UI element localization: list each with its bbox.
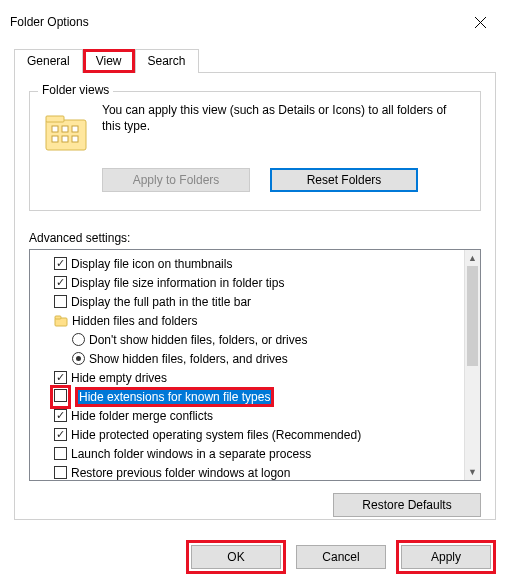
restore-defaults-button[interactable]: Restore Defaults [333, 493, 481, 517]
list-item[interactable]: ✓Display file icon on thumbnails [54, 254, 464, 273]
folder-options-dialog: Folder Options General View Search Folde… [0, 0, 510, 586]
checkbox[interactable]: ✓ [54, 409, 67, 422]
list-item[interactable]: ✓Hide protected operating system files (… [54, 425, 464, 444]
list-item[interactable]: ✓Display file size information in folder… [54, 273, 464, 292]
tab-search[interactable]: Search [135, 49, 199, 73]
titlebar: Folder Options [0, 0, 510, 44]
check-icon: ✓ [56, 372, 65, 383]
svg-rect-11 [55, 316, 61, 319]
svg-rect-6 [72, 126, 78, 132]
list-item-label: Don't show hidden files, folders, or dri… [89, 333, 307, 347]
checkbox[interactable] [54, 295, 67, 308]
list-item[interactable]: Restore previous folder windows at logon [54, 463, 464, 480]
radio[interactable] [72, 352, 85, 365]
ok-highlight: OK [186, 540, 286, 574]
svg-rect-4 [52, 126, 58, 132]
folder-icon [54, 314, 68, 328]
list-item-label: Hide protected operating system files (R… [71, 428, 361, 442]
dialog-buttons: OK Cancel Apply [186, 540, 496, 574]
folder-views-icon [42, 108, 90, 156]
svg-rect-5 [62, 126, 68, 132]
list-item[interactable]: Don't show hidden files, folders, or dri… [72, 330, 464, 349]
tab-view-label: View [96, 54, 122, 68]
svg-rect-2 [46, 120, 86, 150]
tab-view[interactable]: View [83, 49, 135, 73]
check-icon: ✓ [56, 410, 65, 421]
svg-rect-8 [62, 136, 68, 142]
scrollbar[interactable]: ▲ ▼ [464, 250, 480, 480]
check-icon: ✓ [56, 277, 65, 288]
list-item[interactable]: Hide extensions for known file types [54, 387, 464, 406]
checkbox[interactable]: ✓ [54, 371, 67, 384]
list-item-label: Display the full path in the title bar [71, 295, 251, 309]
svg-rect-7 [52, 136, 58, 142]
tab-general-label: General [27, 54, 70, 68]
list-item[interactable]: Display the full path in the title bar [54, 292, 464, 311]
check-icon: ✓ [56, 429, 65, 440]
cancel-button[interactable]: Cancel [296, 545, 386, 569]
list-item[interactable]: Launch folder windows in a separate proc… [54, 444, 464, 463]
svg-rect-9 [72, 136, 78, 142]
list-item-label: Launch folder windows in a separate proc… [71, 447, 311, 461]
apply-to-folders-button: Apply to Folders [102, 168, 250, 192]
radio[interactable] [72, 333, 85, 346]
list-item-label: Show hidden files, folders, and drives [89, 352, 288, 366]
apply-highlight: Apply [396, 540, 496, 574]
folder-views-group: Folder views You can apply this view (su… [29, 91, 481, 211]
scroll-up-arrow[interactable]: ▲ [465, 250, 480, 266]
tab-strip: General View Search [14, 48, 496, 72]
checkbox[interactable]: ✓ [54, 428, 67, 441]
tab-panel: Folder views You can apply this view (su… [14, 72, 496, 520]
apply-button[interactable]: Apply [401, 545, 491, 569]
checkbox[interactable] [54, 447, 67, 460]
reset-folders-button[interactable]: Reset Folders [270, 168, 418, 192]
list-item-label: Hide folder merge conflicts [71, 409, 213, 423]
close-button[interactable] [460, 8, 500, 36]
list-item-label: Hide extensions for known file types [75, 387, 274, 407]
checkbox[interactable] [54, 389, 67, 402]
folder-views-legend: Folder views [38, 83, 113, 97]
checkbox[interactable]: ✓ [54, 257, 67, 270]
checkbox[interactable]: ✓ [54, 276, 67, 289]
list-item[interactable]: Show hidden files, folders, and drives [72, 349, 464, 368]
list-item-folder[interactable]: Hidden files and folders [54, 311, 464, 330]
list-item-label: Hide empty drives [71, 371, 167, 385]
scroll-thumb[interactable] [467, 266, 478, 366]
ok-button[interactable]: OK [191, 545, 281, 569]
tab-search-label: Search [148, 54, 186, 68]
list-item-label: Restore previous folder windows at logon [71, 466, 290, 480]
list-item[interactable]: ✓Hide empty drives [54, 368, 464, 387]
checkbox[interactable] [54, 466, 67, 479]
list-item-label: Display file icon on thumbnails [71, 257, 232, 271]
scroll-down-arrow[interactable]: ▼ [465, 464, 480, 480]
advanced-settings-list[interactable]: ✓Display file icon on thumbnails✓Display… [29, 249, 481, 481]
check-icon: ✓ [56, 258, 65, 269]
highlight-box [50, 385, 71, 409]
list-item-label: Display file size information in folder … [71, 276, 284, 290]
folder-views-text: You can apply this view (such as Details… [102, 102, 468, 134]
dialog-title: Folder Options [10, 15, 89, 29]
list-item-label: Hidden files and folders [72, 314, 197, 328]
list-item[interactable]: ✓Hide folder merge conflicts [54, 406, 464, 425]
tab-general[interactable]: General [14, 49, 83, 73]
radio-dot-icon [76, 356, 81, 361]
svg-rect-3 [46, 116, 64, 122]
advanced-settings-label: Advanced settings: [29, 231, 481, 245]
